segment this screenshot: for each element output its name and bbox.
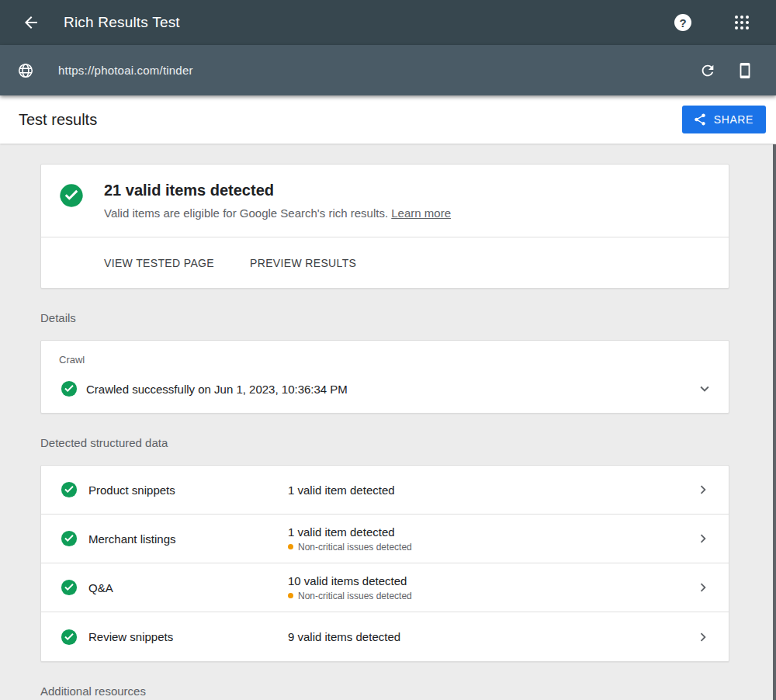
row-name: Review snippets: [88, 630, 288, 643]
back-button[interactable]: [16, 7, 47, 38]
learn-more-link[interactable]: Learn more: [391, 206, 451, 220]
row-name: Q&A: [88, 581, 288, 594]
row-warning: Non-critical issues detected: [288, 591, 695, 601]
check-circle-icon: [61, 380, 78, 397]
check-circle-icon: [61, 579, 78, 596]
smartphone-icon: [736, 62, 753, 79]
url-bar: https://photoai.com/tinder: [0, 45, 776, 95]
app-bar: Rich Results Test ?: [0, 0, 776, 45]
share-button[interactable]: SHARE: [682, 106, 766, 133]
structured-data-row-merchant-listings[interactable]: Merchant listings 1 valid item detected …: [41, 515, 729, 563]
summary-description: Valid items are eligible for Google Sear…: [104, 206, 451, 220]
share-icon: [693, 113, 707, 126]
additional-resources-section-label: Additional resources: [40, 684, 729, 698]
results-header: Test results SHARE: [0, 95, 776, 144]
details-section-label: Details: [40, 311, 729, 324]
help-button[interactable]: ?: [667, 7, 698, 38]
check-circle-icon: [61, 629, 78, 646]
crawl-status-row[interactable]: Crawled successfully on Jun 1, 2023, 10:…: [59, 380, 713, 397]
url-input[interactable]: https://photoai.com/tinder: [58, 64, 686, 77]
summary-heading: 21 valid items detected: [104, 182, 451, 199]
refresh-button[interactable]: [692, 55, 723, 86]
row-name: Merchant listings: [88, 532, 288, 546]
row-warning-text: Non-critical issues detected: [298, 591, 412, 601]
main-content: 21 valid items detected Valid items are …: [0, 144, 776, 698]
warning-dot-icon: [288, 544, 293, 549]
device-toggle-button[interactable]: [729, 55, 760, 86]
globe-icon: [17, 62, 34, 79]
row-status: 10 valid items detected: [288, 574, 695, 587]
chevron-right-icon: [695, 481, 712, 498]
row-warning: Non-critical issues detected: [288, 542, 695, 553]
apps-button[interactable]: [726, 7, 757, 38]
row-status: 9 valid items detected: [288, 630, 695, 643]
warning-dot-icon: [288, 593, 293, 598]
chevron-right-icon: [695, 579, 712, 596]
structured-data-section-label: Detected structured data: [40, 436, 729, 449]
crawl-title: Crawl: [59, 354, 713, 366]
chevron-down-icon: [696, 380, 713, 397]
help-icon: ?: [674, 14, 691, 31]
structured-data-row-product-snippets[interactable]: Product snippets 1 valid item detected: [41, 466, 729, 515]
summary-card: 21 valid items detected Valid items are …: [40, 164, 729, 289]
row-name: Product snippets: [88, 483, 288, 497]
chevron-right-icon: [695, 629, 712, 646]
structured-data-card: Product snippets 1 valid item detected M…: [40, 465, 729, 662]
crawl-status-text: Crawled successfully on Jun 1, 2023, 10:…: [86, 383, 696, 396]
crawl-card: Crawl Crawled successfully on Jun 1, 202…: [40, 340, 729, 414]
app-title: Rich Results Test: [64, 14, 180, 31]
check-circle-icon: [61, 481, 78, 498]
scrollbar[interactable]: [773, 144, 776, 700]
apps-grid-icon: [735, 16, 749, 29]
preview-results-button[interactable]: PREVIEW RESULTS: [250, 251, 356, 275]
row-warning-text: Non-critical issues detected: [298, 542, 412, 553]
structured-data-row-qa[interactable]: Q&A 10 valid items detected Non-critical…: [41, 563, 729, 612]
row-status: 1 valid item detected: [288, 483, 695, 497]
page-title: Test results: [19, 111, 682, 129]
view-tested-page-button[interactable]: VIEW TESTED PAGE: [104, 251, 214, 275]
arrow-back-icon: [22, 13, 40, 32]
summary-description-text: Valid items are eligible for Google Sear…: [104, 206, 388, 220]
row-status: 1 valid item detected: [288, 525, 695, 539]
chevron-right-icon: [695, 530, 712, 547]
refresh-icon: [699, 62, 716, 79]
check-circle-icon: [59, 183, 84, 208]
share-button-label: SHARE: [714, 113, 753, 126]
check-circle-icon: [61, 530, 78, 547]
structured-data-row-review-snippets[interactable]: Review snippets 9 valid items detected: [41, 612, 729, 661]
